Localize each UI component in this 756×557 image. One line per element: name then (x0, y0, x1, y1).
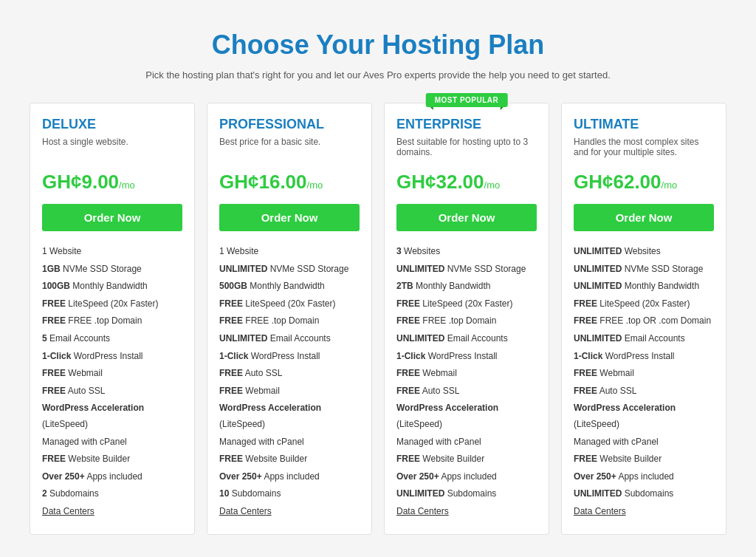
feature-item: 1-Click WordPress Install (396, 348, 537, 366)
feature-item: 1 Website (219, 243, 360, 261)
plans-grid: DELUXE Host a single website. GH¢9.00/mo… (30, 103, 726, 535)
plan-desc: Handles the most complex sites and for y… (574, 137, 714, 160)
plan-price: GH¢32.00/mo (396, 171, 537, 194)
feature-item: 100GB Monthly Bandwidth (42, 278, 182, 295)
plan-name: PROFESSIONAL (219, 117, 360, 132)
feature-item: UNLIMITED NVMe SSD Storage (396, 261, 537, 278)
feature-list-enterprise: 3 WebsitesUNLIMITED NVMe SSD Storage2TB … (396, 243, 537, 521)
feature-item[interactable]: Data Centers (396, 503, 537, 521)
order-button-ultimate[interactable]: Order Now (574, 204, 714, 231)
plan-desc: Host a single website. (42, 137, 182, 160)
order-button-enterprise[interactable]: Order Now (396, 204, 537, 231)
feature-item: 1-Click WordPress Install (42, 348, 182, 366)
feature-item: Managed with cPanel (219, 434, 360, 451)
feature-item: FREE Webmail (396, 365, 537, 383)
feature-item[interactable]: Data Centers (219, 503, 360, 521)
feature-item: 10 Subdomains (219, 485, 360, 503)
feature-item: 500GB Monthly Bandwidth (219, 278, 360, 295)
feature-item: UNLIMITED NVMe SSD Storage (574, 261, 714, 278)
feature-item: 2 Subdomains (42, 485, 182, 503)
popular-badge: MOST POPULAR (426, 93, 508, 107)
page-subtitle: Pick the hosting plan that's right for y… (30, 69, 726, 81)
feature-item: UNLIMITED Email Accounts (396, 330, 537, 348)
feature-item[interactable]: Data Centers (574, 503, 714, 521)
feature-item: FREE LiteSpeed (20x Faster) (219, 295, 360, 313)
feature-item: Managed with cPanel (574, 434, 714, 451)
feature-item[interactable]: Data Centers (42, 503, 182, 521)
feature-item: FREE FREE .top OR .com Domain (574, 312, 714, 330)
page-title: Choose Your Hosting Plan (30, 30, 726, 61)
order-button-deluxe[interactable]: Order Now (42, 204, 182, 231)
feature-item: WordPress Acceleration (LiteSpeed) (42, 400, 182, 433)
feature-item: UNLIMITED Monthly Bandwidth (574, 278, 714, 295)
plan-desc: Best suitable for hosting upto to 3 doma… (396, 137, 537, 160)
feature-list-deluxe: 1 Website1GB NVMe SSD Storage100GB Month… (42, 243, 182, 521)
feature-item: FREE Website Builder (42, 451, 182, 468)
feature-item: FREE Website Builder (219, 451, 360, 468)
feature-item: Over 250+ Apps included (42, 468, 182, 486)
feature-list-professional: 1 WebsiteUNLIMITED NVMe SSD Storage500GB… (219, 243, 360, 521)
feature-item: UNLIMITED Subdomains (574, 485, 714, 503)
feature-list-ultimate: UNLIMITED WebsitesUNLIMITED NVMe SSD Sto… (574, 243, 714, 521)
feature-item: FREE Webmail (42, 365, 182, 383)
plan-price: GH¢16.00/mo (219, 171, 360, 194)
feature-item: UNLIMITED NVMe SSD Storage (219, 261, 360, 278)
feature-item: 2TB Monthly Bandwidth (396, 278, 537, 295)
plan-card-professional: PROFESSIONAL Best price for a basic site… (207, 103, 372, 535)
feature-item: FREE FREE .top Domain (219, 312, 360, 330)
feature-item: FREE LiteSpeed (20x Faster) (42, 295, 182, 313)
feature-item: 1-Click WordPress Install (219, 348, 360, 366)
feature-item: WordPress Acceleration (LiteSpeed) (219, 400, 360, 433)
feature-item: 1GB NVMe SSD Storage (42, 261, 182, 278)
feature-item: FREE FREE .top Domain (396, 312, 537, 330)
feature-item: UNLIMITED Email Accounts (219, 330, 360, 348)
feature-item: 1 Website (42, 243, 182, 261)
feature-item: FREE FREE .top Domain (42, 312, 182, 330)
feature-item: UNLIMITED Subdomains (396, 485, 537, 503)
feature-item: 3 Websites (396, 243, 537, 261)
feature-item: UNLIMITED Websites (574, 243, 714, 261)
feature-item: 5 Email Accounts (42, 330, 182, 348)
feature-item: FREE LiteSpeed (20x Faster) (574, 295, 714, 313)
order-button-professional[interactable]: Order Now (219, 204, 360, 231)
plan-name: ULTIMATE (574, 117, 714, 132)
feature-item: Over 250+ Apps included (396, 468, 537, 486)
feature-item: Over 250+ Apps included (574, 468, 714, 486)
feature-item: UNLIMITED Email Accounts (574, 330, 714, 348)
plan-desc: Best price for a basic site. (219, 137, 360, 160)
feature-item: WordPress Acceleration (LiteSpeed) (574, 400, 714, 433)
feature-item: Over 250+ Apps included (219, 468, 360, 486)
plan-name: ENTERPRISE (396, 117, 537, 132)
feature-item: FREE Auto SSL (219, 365, 360, 383)
feature-item: FREE Auto SSL (42, 383, 182, 400)
feature-item: Managed with cPanel (42, 434, 182, 451)
plan-card-ultimate: ULTIMATE Handles the most complex sites … (561, 103, 726, 535)
plan-card-enterprise: MOST POPULAR ENTERPRISE Best suitable fo… (384, 103, 549, 535)
feature-item: FREE Webmail (574, 365, 714, 383)
feature-item: FREE Website Builder (396, 451, 537, 468)
feature-item: FREE Auto SSL (574, 383, 714, 400)
feature-item: FREE Webmail (219, 383, 360, 400)
feature-item: 1-Click WordPress Install (574, 348, 714, 366)
feature-item: Managed with cPanel (396, 434, 537, 451)
plan-price: GH¢9.00/mo (42, 171, 182, 194)
feature-item: FREE LiteSpeed (20x Faster) (396, 295, 537, 313)
feature-item: WordPress Acceleration (LiteSpeed) (396, 400, 537, 433)
plan-price: GH¢62.00/mo (574, 171, 714, 194)
feature-item: FREE Auto SSL (396, 383, 537, 400)
plan-name: DELUXE (42, 117, 182, 132)
page-wrapper: Choose Your Hosting Plan Pick the hostin… (15, 15, 741, 557)
plan-card-deluxe: DELUXE Host a single website. GH¢9.00/mo… (30, 103, 195, 535)
feature-item: FREE Website Builder (574, 451, 714, 468)
